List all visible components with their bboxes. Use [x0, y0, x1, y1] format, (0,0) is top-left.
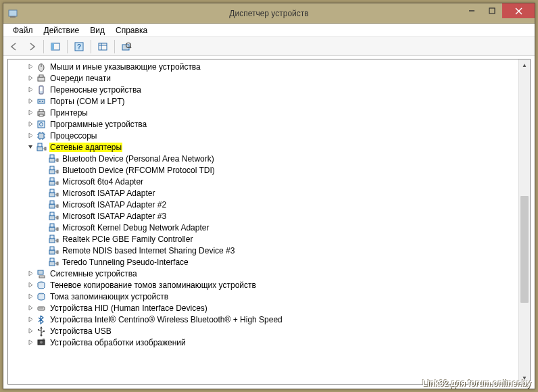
expand-icon[interactable]: [26, 108, 35, 118]
scroll-thumb[interactable]: [520, 196, 529, 303]
vertical-scrollbar[interactable]: ▲ ▼: [518, 59, 530, 384]
net-icon: [48, 165, 59, 176]
svg-rect-7: [51, 43, 54, 50]
expander-spacer: [38, 212, 47, 221]
svg-rect-43: [49, 158, 55, 162]
svg-rect-10: [99, 43, 107, 50]
tree-item-label: Realtek PCIe GBE Family Controller: [62, 235, 193, 244]
bt-icon: [36, 314, 47, 325]
net-icon: [48, 234, 59, 245]
menu-file[interactable]: Файл: [7, 24, 39, 36]
tree-item[interactable]: Тома запоминающих устройств: [8, 291, 518, 302]
toolbar: ?: [3, 37, 535, 56]
tree-item[interactable]: Realtek PCIe GBE Family Controller: [8, 233, 518, 245]
port-icon: [36, 96, 47, 107]
tree-item-label: Сетевые адаптеры: [49, 143, 122, 152]
scroll-up-button[interactable]: ▲: [519, 59, 530, 71]
scroll-down-button[interactable]: ▼: [519, 372, 530, 384]
expander-spacer: [38, 223, 47, 232]
expander-spacer: [38, 235, 47, 244]
tree-item[interactable]: Microsoft Kernel Debug Network Adapter: [8, 222, 518, 233]
device-tree[interactable]: Мыши и иные указывающие устройстваОчеред…: [8, 59, 518, 384]
svg-rect-22: [38, 99, 45, 103]
tree-item[interactable]: Переносные устройства: [8, 84, 518, 95]
net-icon: [48, 211, 59, 222]
svg-rect-0: [9, 10, 17, 16]
tree-item[interactable]: Устройства обработки изображений: [8, 337, 518, 348]
expand-icon[interactable]: [26, 292, 35, 301]
svg-point-24: [42, 101, 43, 102]
tree-item[interactable]: Теневое копирование томов запоминающих у…: [8, 279, 518, 291]
menu-action[interactable]: Действие: [39, 24, 85, 36]
expand-icon[interactable]: [26, 326, 35, 336]
tree-item[interactable]: Устройства Intel® Centrino® Wireless Blu…: [8, 314, 518, 325]
collapse-icon[interactable]: [26, 143, 35, 152]
svg-rect-52: [50, 178, 54, 181]
svg-rect-19: [39, 75, 43, 77]
properties-button[interactable]: [95, 39, 111, 54]
expand-icon[interactable]: [26, 269, 35, 278]
tree-item[interactable]: Сетевые адаптеры: [8, 141, 518, 153]
svg-text:?: ?: [77, 43, 81, 51]
scan-hardware-button[interactable]: [118, 39, 134, 54]
svg-rect-84: [39, 276, 45, 278]
close-button[interactable]: [502, 3, 535, 18]
shadow-icon: [36, 280, 47, 291]
image-icon: [36, 337, 47, 348]
tree-item[interactable]: Microsoft 6to4 Adapter: [8, 176, 518, 187]
forward-button[interactable]: [24, 39, 40, 54]
tree-item[interactable]: Microsoft ISATAP Adapter #2: [8, 199, 518, 210]
tree-item-label: Microsoft ISATAP Adapter #3: [62, 212, 167, 221]
tree-item[interactable]: Bluetooth Device (RFCOMM Protocol TDI): [8, 164, 518, 176]
expander-spacer: [38, 200, 47, 210]
tree-item[interactable]: Принтеры: [8, 107, 518, 118]
expand-icon[interactable]: [26, 74, 35, 83]
menu-view[interactable]: Вид: [84, 24, 110, 36]
tree-item[interactable]: Системные устройства: [8, 268, 518, 279]
tree-item[interactable]: Мыши и иные указывающие устройства: [8, 61, 518, 72]
maximize-button[interactable]: [482, 3, 502, 18]
tree-item[interactable]: Microsoft ISATAP Adapter: [8, 187, 518, 199]
svg-rect-46: [57, 159, 58, 162]
expand-icon[interactable]: [26, 315, 35, 324]
svg-rect-18: [38, 77, 45, 81]
tree-item-label: Системные устройства: [49, 269, 138, 278]
expand-icon[interactable]: [26, 338, 35, 347]
svg-point-97: [40, 341, 43, 343]
tree-item-label: Microsoft ISATAP Adapter #2: [62, 200, 167, 210]
tree-item[interactable]: Microsoft ISATAP Adapter #3: [8, 210, 518, 222]
svg-rect-83: [38, 270, 43, 274]
expand-icon[interactable]: [26, 280, 35, 290]
titlebar[interactable]: Диспетчер устройств: [3, 3, 535, 24]
tree-item-label: Теневое копирование томов запоминающих у…: [49, 280, 257, 290]
tree-item[interactable]: Процессоры: [8, 130, 518, 141]
tree-item[interactable]: Устройства USB: [8, 325, 518, 337]
tree-item[interactable]: Bluetooth Device (Personal Area Network): [8, 153, 518, 164]
svg-rect-71: [49, 239, 55, 243]
expand-icon[interactable]: [26, 131, 35, 141]
tree-item[interactable]: Remote NDIS based Internet Sharing Devic…: [8, 245, 518, 256]
tree-item-label: Bluetooth Device (Personal Area Network): [62, 154, 215, 164]
tree-item[interactable]: Устройства HID (Human Interface Devices): [8, 302, 518, 314]
svg-rect-60: [50, 201, 54, 204]
tree-item-label: Мыши и иные указывающие устройства: [49, 62, 201, 72]
expand-icon[interactable]: [26, 62, 35, 72]
tree-item[interactable]: Программные устройства: [8, 118, 518, 130]
expand-icon[interactable]: [26, 303, 35, 313]
minimize-button[interactable]: [462, 3, 482, 18]
expand-icon[interactable]: [26, 97, 35, 106]
back-button[interactable]: [6, 39, 22, 54]
tree-item[interactable]: Порты (COM и LPT): [8, 95, 518, 107]
menu-help[interactable]: Справка: [110, 24, 153, 36]
expand-icon[interactable]: [26, 85, 35, 95]
tree-item[interactable]: Teredo Tunneling Pseudo-Interface: [8, 256, 518, 268]
svg-rect-47: [49, 170, 55, 174]
tree-item-label: Тома запоминающих устройств: [49, 292, 169, 301]
net-icon: [48, 199, 59, 210]
show-hide-tree-button[interactable]: [47, 39, 64, 54]
help-button[interactable]: ?: [71, 39, 87, 54]
expand-icon[interactable]: [26, 120, 35, 129]
svg-rect-63: [49, 216, 55, 220]
net-icon: [48, 153, 59, 164]
tree-item[interactable]: Очереди печати: [8, 72, 518, 84]
